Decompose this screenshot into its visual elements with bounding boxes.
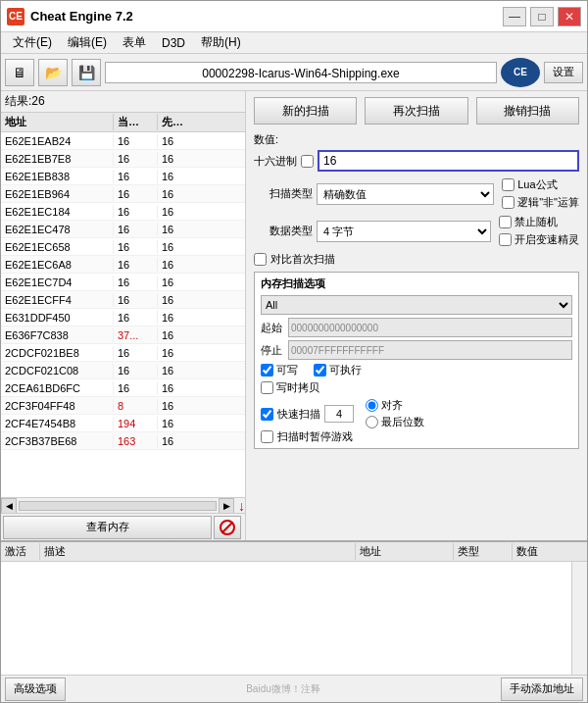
align-radio[interactable] xyxy=(366,399,378,412)
cell-address: E62E1EB964 xyxy=(1,187,114,201)
scan-type-select[interactable]: 精确数值 xyxy=(317,183,494,205)
cell-current: 16 xyxy=(114,205,158,219)
cell-address: E62E1EAB24 xyxy=(1,134,114,148)
table-row[interactable]: E62E1EC6A81616 xyxy=(1,256,245,274)
cell-current: 16 xyxy=(114,381,158,395)
writable-checkbox[interactable] xyxy=(261,364,273,377)
maximize-button[interactable]: □ xyxy=(530,7,554,26)
cell-address: E62E1ECFF4 xyxy=(1,293,114,307)
cell-previous: 16 xyxy=(158,205,202,219)
value-input-section: 十六进制 16 xyxy=(254,150,579,172)
enable-var-checkbox[interactable] xyxy=(499,233,512,246)
scroll-left-arrow[interactable]: ◀ xyxy=(1,498,17,514)
scan-type-row: 扫描类型 精确数值 Lua公式 逻辑"非"运算 xyxy=(254,177,579,210)
disable-random-label: 禁止随机 xyxy=(514,215,558,229)
pause-game-checkbox[interactable] xyxy=(261,430,273,443)
open-file-button[interactable]: 📂 xyxy=(38,59,68,86)
scan-type-label: 扫描类型 xyxy=(254,186,313,201)
menu-help[interactable]: 帮助(H) xyxy=(193,32,249,53)
last-digit-radio-item: 最后位数 xyxy=(366,415,424,429)
table-row[interactable]: 2CF4E7454B819416 xyxy=(1,415,245,432)
open-process-button[interactable]: 🖥 xyxy=(5,59,34,86)
settings-button[interactable]: 设置 xyxy=(544,62,583,83)
fast-scan-input[interactable]: 4 xyxy=(324,405,354,423)
hex-checkbox[interactable] xyxy=(301,155,314,168)
scan-buttons: 新的扫描 再次扫描 撤销扫描 xyxy=(254,97,579,125)
logic-checkbox[interactable] xyxy=(502,196,514,209)
cell-current: 16 xyxy=(114,293,158,307)
right-checkboxes-2: 禁止随机 开启变速精灵 xyxy=(499,215,579,247)
fast-scan-checkbox[interactable] xyxy=(261,408,273,421)
last-digit-radio[interactable] xyxy=(366,416,378,428)
header-address: 地址 xyxy=(1,114,114,130)
table-row[interactable]: E636F7C83837...16 xyxy=(1,326,245,344)
mem-start-input[interactable]: 0000000000000000 xyxy=(288,318,572,337)
copy-on-write-checkbox[interactable] xyxy=(261,381,273,394)
table-row[interactable]: E62E1EC1841616 xyxy=(1,203,245,221)
table-row[interactable]: E62E1ECFF41616 xyxy=(1,291,245,309)
results-table-body[interactable]: E62E1EAB241616E62E1EB7E81616E62E1EB83816… xyxy=(1,132,245,497)
cell-address: 2CF3B37BE68 xyxy=(1,434,114,448)
lua-checkbox[interactable] xyxy=(502,178,514,191)
bottom-scrollbar[interactable] xyxy=(571,562,587,675)
cell-current: 16 xyxy=(114,187,158,201)
cell-address: E62E1EB838 xyxy=(1,170,114,183)
table-row[interactable]: E62E1EB7E81616 xyxy=(1,150,245,168)
value-input[interactable]: 16 xyxy=(318,150,579,172)
mem-region-select[interactable]: All xyxy=(261,295,572,315)
bottom-table-body[interactable] xyxy=(1,562,587,675)
advanced-options-button[interactable]: 高级选项 xyxy=(5,678,66,701)
mem-scan-title: 内存扫描选项 xyxy=(261,276,572,291)
table-row[interactable]: 2CDCF021C081616 xyxy=(1,362,245,379)
right-panel: 新的扫描 再次扫描 撤销扫描 数值: 十六进制 16 扫描类型 xyxy=(246,91,587,540)
executable-item: 可执行 xyxy=(314,363,362,377)
align-radio-item: 对齐 xyxy=(366,398,424,413)
cancel-scan-button[interactable]: 撤销扫描 xyxy=(476,97,579,125)
table-row[interactable]: E62E1EB8381616 xyxy=(1,168,245,185)
table-row[interactable]: E62E1EC4781616 xyxy=(1,221,245,238)
table-row[interactable]: 2CF3F04FF48816 xyxy=(1,397,245,415)
cell-previous: 16 xyxy=(158,399,202,413)
view-memory-button[interactable]: 查看内存 xyxy=(3,516,212,539)
close-button[interactable]: ✕ xyxy=(558,7,581,26)
menu-file[interactable]: 文件(E) xyxy=(5,32,60,53)
data-type-select[interactable]: 4 字节 xyxy=(317,221,491,242)
menu-edit[interactable]: 编辑(E) xyxy=(60,32,115,53)
copy-on-write-item: 写时拷贝 xyxy=(261,380,319,395)
add-address-button[interactable]: 手动添加地址 xyxy=(501,678,583,701)
table-row[interactable]: E62E1EC7D41616 xyxy=(1,274,245,291)
horizontal-scrollbar[interactable]: ◀ ▶ ↓ xyxy=(1,497,245,513)
table-row[interactable]: 2CF3B37BE6816316 xyxy=(1,432,245,450)
executable-checkbox[interactable] xyxy=(314,364,326,377)
no-icon-button[interactable] xyxy=(214,516,241,539)
table-row[interactable]: E62E1EAB241616 xyxy=(1,132,245,150)
new-scan-button[interactable]: 新的扫描 xyxy=(254,97,357,125)
cell-previous: 16 xyxy=(158,223,202,236)
table-row[interactable]: E62E1EC6581616 xyxy=(1,238,245,256)
cell-previous: 16 xyxy=(158,434,202,448)
title-controls: — □ ✕ xyxy=(503,7,581,26)
table-row[interactable]: E631DDF4501616 xyxy=(1,309,245,326)
cell-current: 16 xyxy=(114,134,158,148)
table-row[interactable]: 2CDCF021BE81616 xyxy=(1,344,245,362)
mem-stop-input[interactable]: 00007FFFFFFFFFFF xyxy=(288,340,572,360)
enable-var-row: 开启变速精灵 xyxy=(499,232,579,247)
menu-d3d[interactable]: D3D xyxy=(154,34,193,52)
compare-first-checkbox[interactable] xyxy=(254,253,267,266)
data-type-row: 数据类型 4 字节 禁止随机 开启变速精灵 xyxy=(254,215,579,247)
rescan-button[interactable]: 再次扫描 xyxy=(365,97,467,125)
scroll-right-arrow[interactable]: ▶ xyxy=(219,498,234,514)
menu-table[interactable]: 表单 xyxy=(115,32,154,53)
compare-row: 对比首次扫描 xyxy=(254,252,579,267)
table-row[interactable]: E62E1EB9641616 xyxy=(1,185,245,203)
scroll-track[interactable] xyxy=(19,501,217,511)
cell-address: E62E1EC6A8 xyxy=(1,258,114,272)
table-row[interactable]: 2CEA61BD6FC1616 xyxy=(1,379,245,397)
disable-random-checkbox[interactable] xyxy=(499,216,512,228)
cell-current: 16 xyxy=(114,311,158,325)
save-button[interactable]: 💾 xyxy=(72,59,101,86)
cell-address: 2CF3F04FF48 xyxy=(1,399,114,413)
cell-address: 2CEA61BD6FC xyxy=(1,381,114,395)
cell-previous: 16 xyxy=(158,187,202,201)
minimize-button[interactable]: — xyxy=(503,7,526,26)
